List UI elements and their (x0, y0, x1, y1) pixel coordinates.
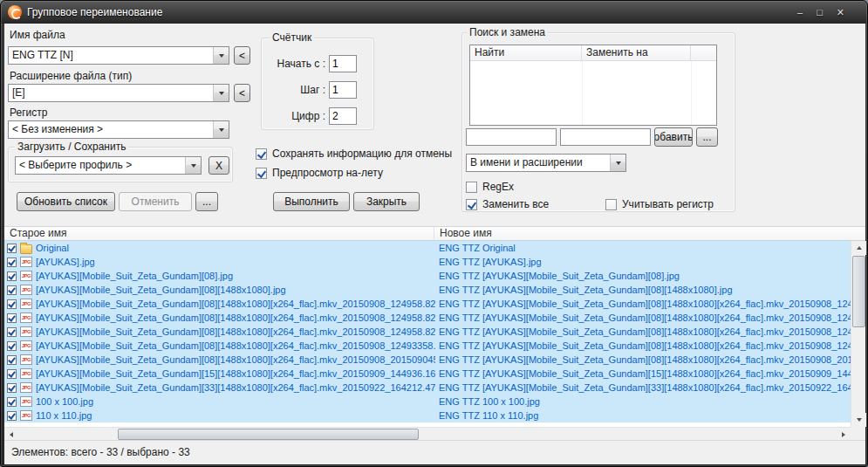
save-undo-label: Сохранять информацию для отмены (272, 148, 452, 160)
old-name-cell: [AYUKAS][Mobile_Suit_Zeta_Gundam][08][14… (36, 354, 435, 365)
file-row[interactable]: JPG [AYUKAS][Mobile_Suit_Zeta_Gundam][08… (4, 269, 851, 283)
undo-button[interactable]: Отменить (119, 192, 192, 211)
case-value: < Без изменения > (9, 121, 213, 138)
counter-start-input[interactable] (329, 55, 357, 72)
new-name-column-header[interactable]: Новое имя (434, 227, 865, 240)
scroll-left-button[interactable] (4, 428, 18, 441)
new-name-cell: ENG TTZ [AYUKAS][Mobile_Suit_Zeta_Gundam… (435, 326, 851, 337)
close-button[interactable]: ✕ (837, 5, 844, 19)
close-dialog-button[interactable]: Закрыть (353, 192, 420, 211)
case-dropdown-button[interactable] (213, 121, 229, 138)
window-controls: – □ ✕ (797, 5, 844, 19)
file-row[interactable]: JPG [AYUKAS][Mobile_Suit_Zeta_Gundam][08… (4, 311, 851, 325)
filename-combobox[interactable]: ENG TTZ [N] (8, 46, 229, 65)
profile-clear-button[interactable]: X (208, 156, 229, 175)
scroll-right-button[interactable] (837, 428, 851, 441)
row-checkbox[interactable] (7, 271, 17, 281)
find-input[interactable] (466, 128, 557, 146)
extra-column-header[interactable] (691, 45, 716, 60)
file-list[interactable]: Original ENG TTZ Original JPG [AYUKAS].j… (4, 241, 851, 427)
checkbox-icon (466, 182, 477, 193)
row-checkbox[interactable] (7, 313, 17, 323)
file-type-icon: JPG (20, 340, 32, 351)
chevron-down-icon (616, 161, 621, 165)
file-type-icon: JPG (20, 368, 32, 379)
file-type-icon: JPG (20, 410, 32, 421)
scroll-up-button[interactable] (851, 241, 866, 255)
regex-checkbox[interactable]: RegEx (466, 181, 514, 193)
new-name-cell: ENG TTZ 100 x 100.jpg (435, 396, 851, 407)
row-checkbox[interactable] (7, 397, 17, 407)
file-row[interactable]: JPG [AYUKAS][Mobile_Suit_Zeta_Gundam][08… (4, 353, 851, 367)
extension-insert-button[interactable]: < (234, 84, 250, 102)
profile-dropdown-button[interactable] (185, 157, 201, 174)
file-row[interactable]: JPG [AYUKAS][Mobile_Suit_Zeta_Gundam][15… (4, 367, 851, 381)
case-sensitive-label: Учитывать регистр (622, 198, 714, 210)
arrow-up-icon (857, 246, 862, 250)
scope-dropdown-button[interactable] (610, 155, 625, 171)
replace-all-checkbox[interactable]: Заменить все (466, 198, 549, 210)
counter-start-label: Начать с : (261, 58, 325, 70)
vertical-scroll-thumb[interactable] (852, 256, 865, 327)
chevron-down-icon (219, 92, 224, 95)
file-row[interactable]: JPG 110 x 110.jpg ENG TTZ 110 x 110.jpg (4, 409, 851, 422)
extension-combobox[interactable]: [E] (8, 84, 229, 102)
file-row[interactable]: Original ENG TTZ Original (4, 241, 851, 255)
counter-group-label: Счётчик (270, 31, 314, 44)
case-sensitive-checkbox[interactable]: Учитывать регистр (605, 198, 714, 210)
old-name-cell: Original (36, 243, 435, 253)
filename-insert-button[interactable]: < (234, 46, 250, 65)
live-preview-checkbox[interactable]: Предпросмотр на-лету (256, 167, 383, 179)
old-name-cell: [AYUKAS][Mobile_Suit_Zeta_Gundam][08][14… (36, 285, 435, 295)
row-checkbox[interactable] (7, 411, 17, 421)
row-checkbox[interactable] (7, 258, 17, 267)
file-row[interactable]: JPG [AYUKAS][Mobile_Suit_Zeta_Gundam][08… (4, 297, 851, 311)
add-rule-button[interactable]: обавить (654, 127, 693, 147)
row-checkbox[interactable] (7, 327, 17, 337)
scope-combobox[interactable]: В имени и расширении (466, 154, 626, 172)
old-name-cell: [AYUKAS].jpg (36, 257, 435, 267)
search-replace-table[interactable]: Найти Заменить на (469, 45, 717, 126)
new-name-cell: ENG TTZ [AYUKAS][Mobile_Suit_Zeta_Gundam… (435, 285, 851, 295)
filename-value: ENG TTZ [N] (9, 47, 213, 64)
horizontal-scroll-thumb[interactable] (118, 429, 419, 440)
profile-combobox[interactable]: < Выберите профиль > (15, 156, 202, 175)
replace-input[interactable] (560, 128, 651, 146)
extension-dropdown-button[interactable] (213, 85, 229, 101)
file-type-icon: JPG (20, 382, 32, 393)
arrow-down-icon (857, 418, 862, 422)
find-column-header[interactable]: Найти (470, 45, 582, 60)
maximize-button[interactable]: □ (817, 5, 823, 19)
execute-button[interactable]: Выполнить (273, 192, 350, 211)
file-row[interactable]: JPG [AYUKAS][Mobile_Suit_Zeta_Gundam][08… (4, 325, 851, 339)
file-row[interactable]: JPG 100 x 100.jpg ENG TTZ 100 x 100.jpg (4, 395, 851, 409)
filename-dropdown-button[interactable] (213, 47, 229, 64)
vertical-scrollbar[interactable] (851, 241, 865, 427)
file-row[interactable]: JPG [AYUKAS].jpg ENG TTZ [AYUKAS].jpg (4, 255, 851, 269)
row-checkbox[interactable] (7, 299, 17, 309)
row-checkbox[interactable] (7, 341, 17, 351)
file-row[interactable]: JPG [AYUKAS][Mobile_Suit_Zeta_Gundam][08… (4, 283, 851, 297)
row-checkbox[interactable] (7, 369, 17, 379)
file-list-header[interactable]: Старое имя Новое имя (4, 226, 865, 241)
row-checkbox[interactable] (7, 285, 17, 295)
case-combobox[interactable]: < Без изменения > (8, 120, 229, 139)
file-row[interactable]: JPG [AYUKAS][Mobile_Suit_Zeta_Gundam][33… (4, 381, 851, 395)
scroll-down-button[interactable] (851, 413, 866, 427)
titlebar[interactable]: Групповое переименование – □ ✕ (1, 1, 867, 24)
replace-column-header[interactable]: Заменить на (582, 45, 691, 60)
old-name-column-header[interactable]: Старое имя (4, 227, 434, 240)
counter-digits-input[interactable] (329, 107, 357, 125)
row-checkbox[interactable] (7, 355, 17, 365)
search-more-button[interactable]: ... (696, 127, 718, 147)
row-checkbox[interactable] (7, 383, 17, 393)
counter-step-input[interactable] (329, 81, 357, 99)
file-row[interactable]: JPG [AYUKAS][Mobile_Suit_Zeta_Gundam][08… (4, 339, 851, 353)
refresh-list-button[interactable]: Обновить список (17, 192, 115, 211)
horizontal-scrollbar[interactable] (4, 427, 851, 440)
search-replace-rows[interactable] (470, 61, 716, 125)
minimize-button[interactable]: – (797, 5, 803, 19)
save-undo-checkbox[interactable]: Сохранять информацию для отмены (256, 148, 452, 160)
more-options-button[interactable]: ... (195, 192, 218, 211)
row-checkbox[interactable] (7, 244, 17, 253)
